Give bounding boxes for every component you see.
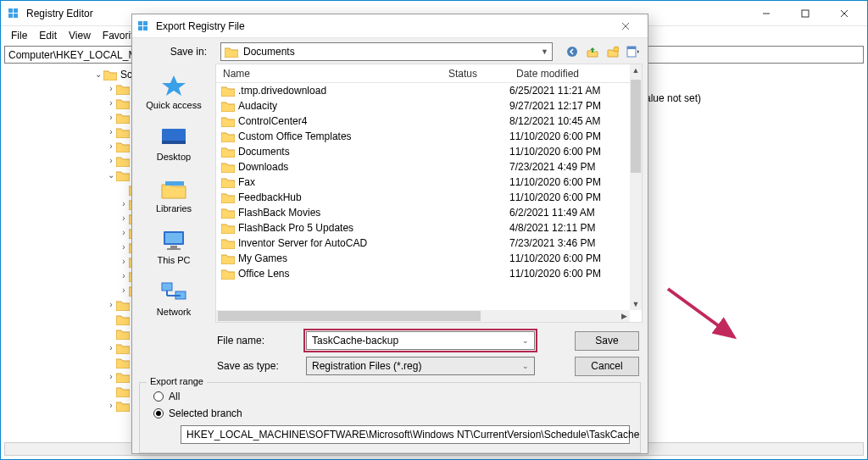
menu-view[interactable]: View (64, 28, 96, 43)
file-date: 7/23/2021 4:49 PM (509, 161, 628, 173)
scrollbar-thumb[interactable] (631, 80, 641, 173)
svg-rect-20 (162, 141, 186, 144)
column-name[interactable]: Name (216, 68, 442, 80)
file-date: 6/2/2021 11:49 AM (509, 207, 628, 219)
tree-toggle-icon[interactable]: › (106, 401, 116, 410)
close-button[interactable] (825, 1, 864, 26)
tree-toggle-icon[interactable]: › (106, 343, 116, 352)
file-name: FeedbackHub (238, 191, 302, 203)
tree-toggle-icon[interactable]: ⌄ (93, 69, 103, 79)
registry-editor-icon (137, 19, 151, 33)
export-range-selected[interactable]: Selected branch (147, 405, 633, 422)
file-list-header[interactable]: Name Status Date modified (216, 64, 642, 83)
column-status[interactable]: Status (442, 68, 509, 80)
tree-toggle-icon[interactable]: › (119, 199, 129, 208)
vertical-scrollbar[interactable]: ▲ ▼ (630, 64, 642, 310)
file-name: FlashBack Movies (238, 207, 320, 219)
tree-toggle-icon[interactable]: › (106, 98, 116, 108)
file-row[interactable]: Documents11/10/2020 6:00 PM (216, 144, 630, 159)
file-row[interactable]: Fax11/10/2020 6:00 PM (216, 175, 630, 190)
up-one-level-button[interactable] (585, 44, 600, 59)
dialog-close-button[interactable] (609, 16, 643, 36)
file-row[interactable]: My Games11/10/2020 6:00 PM (216, 251, 630, 266)
menu-edit[interactable]: Edit (34, 28, 62, 43)
save-button[interactable]: Save (575, 331, 639, 351)
place-network[interactable]: Network (132, 273, 215, 324)
file-row[interactable]: Office Lens11/10/2020 6:00 PM (216, 266, 630, 281)
file-row[interactable]: Custom Office Templates11/10/2020 6:00 P… (216, 129, 630, 144)
selected-branch-input[interactable]: HKEY_LOCAL_MACHINE\SOFTWARE\Microsoft\Wi… (181, 425, 630, 444)
place-desktop[interactable]: Desktop (132, 117, 215, 169)
save-as-type-combo[interactable]: Registration Files (*.reg) ⌄ (306, 357, 535, 375)
file-date: 7/23/2021 3:46 PM (509, 237, 628, 249)
tree-toggle-icon[interactable]: › (119, 271, 129, 280)
folder-icon (221, 252, 235, 264)
tree-toggle-icon[interactable]: › (119, 228, 129, 237)
file-list[interactable]: Name Status Date modified .tmp.drivedown… (215, 64, 643, 323)
place-quick-access[interactable]: Quick access (132, 65, 215, 117)
minimize-button[interactable] (747, 1, 786, 26)
tree-toggle-icon[interactable]: › (119, 213, 129, 223)
svg-rect-8 (138, 21, 142, 25)
file-row[interactable]: .tmp.drivedownload6/25/2021 11:21 AM (216, 83, 630, 98)
view-menu-button[interactable] (626, 44, 641, 59)
file-date: 11/10/2020 6:00 PM (509, 176, 628, 188)
column-date[interactable]: Date modified (509, 68, 628, 80)
file-name: Inventor Server for AutoCAD (238, 237, 367, 249)
save-in-value: Documents (243, 46, 295, 58)
file-row[interactable]: Inventor Server for AutoCAD7/23/2021 3:4… (216, 236, 630, 251)
tree-toggle-icon[interactable]: ⌄ (106, 170, 116, 180)
svg-rect-23 (165, 233, 182, 243)
file-date: 9/27/2021 12:17 PM (509, 100, 628, 112)
file-date: 4/8/2021 12:11 PM (509, 222, 628, 234)
svg-rect-2 (8, 14, 13, 18)
file-name: Fax (238, 176, 255, 188)
scrollbar-thumb[interactable] (218, 311, 481, 321)
svg-rect-11 (143, 26, 147, 30)
file-row[interactable]: FeedbackHub11/10/2020 6:00 PM (216, 190, 630, 205)
tree-toggle-icon[interactable]: › (106, 127, 116, 136)
horizontal-scrollbar[interactable]: ◀ ▶ (216, 310, 630, 322)
scroll-down-arrow-icon[interactable]: ▼ (630, 298, 642, 310)
tree-toggle-icon[interactable]: › (119, 242, 129, 252)
file-name-input[interactable]: TaskCache-backup ⌄ (306, 331, 535, 350)
tree-toggle-icon[interactable]: › (106, 84, 116, 93)
maximize-button[interactable] (786, 1, 825, 26)
tree-toggle-icon[interactable]: › (106, 156, 116, 165)
file-row[interactable]: FlashBack Pro 5 Updates4/8/2021 12:11 PM (216, 220, 630, 236)
place-this-pc[interactable]: This PC (132, 221, 215, 273)
menu-file[interactable]: File (6, 28, 32, 43)
file-name: .tmp.drivedownload (238, 85, 326, 97)
file-name: Downloads (238, 161, 288, 173)
tree-toggle-icon[interactable]: › (106, 141, 116, 151)
tree-toggle-icon[interactable]: › (106, 372, 116, 381)
place-libraries[interactable]: Libraries (132, 169, 215, 220)
folder-icon (221, 130, 235, 142)
folder-icon (221, 161, 235, 173)
file-row[interactable]: FlashBack Movies6/2/2021 11:49 AM (216, 205, 630, 220)
scroll-up-arrow-icon[interactable]: ▲ (630, 64, 642, 76)
svg-rect-21 (165, 181, 184, 186)
file-row[interactable]: Audacity9/27/2021 12:17 PM (216, 98, 630, 114)
tree-toggle-icon[interactable]: › (119, 285, 129, 295)
scroll-right-arrow-icon[interactable]: ▶ (618, 310, 630, 322)
export-range-all[interactable]: All (147, 388, 633, 405)
chevron-down-icon: ⌄ (522, 362, 529, 370)
cancel-button[interactable]: Cancel (575, 357, 639, 376)
save-in-combo[interactable]: Documents ▼ (220, 42, 553, 61)
tree-toggle-icon[interactable]: › (106, 113, 116, 122)
tree-toggle-icon[interactable]: › (106, 300, 116, 309)
file-date: 11/10/2020 6:00 PM (509, 268, 628, 280)
place-label: Libraries (156, 203, 192, 213)
folder-icon (221, 268, 235, 280)
new-folder-button[interactable] (605, 44, 620, 59)
file-row[interactable]: Downloads7/23/2021 4:49 PM (216, 159, 630, 175)
file-row[interactable]: ControlCenter48/12/2021 10:45 AM (216, 114, 630, 129)
file-date: 8/12/2021 10:45 AM (509, 115, 628, 127)
svg-rect-0 (8, 8, 13, 13)
tree-toggle-icon[interactable]: › (119, 257, 129, 266)
folder-icon (221, 191, 235, 203)
save-as-type-value: Registration Files (*.reg) (312, 360, 421, 372)
back-button[interactable] (565, 44, 580, 59)
save-as-type-label: Save as type: (217, 360, 298, 372)
